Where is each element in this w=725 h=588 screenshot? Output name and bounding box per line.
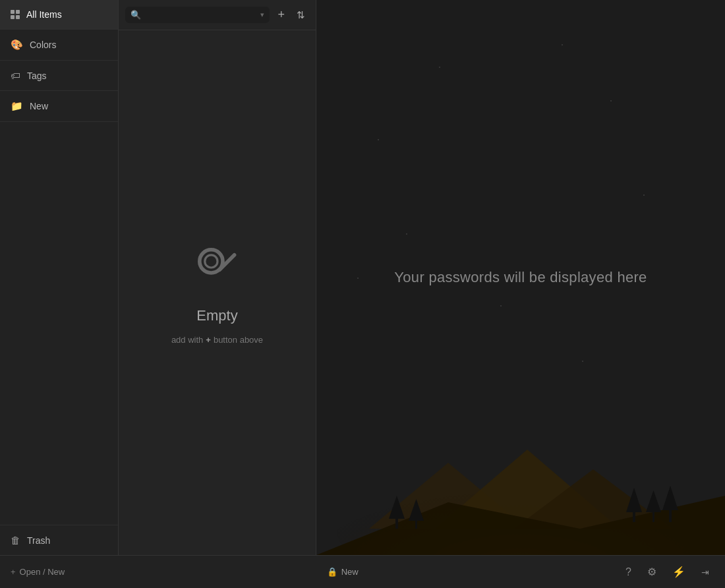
bottom-left-label: Open / New [20, 567, 65, 577]
sidebar-item-trash-label: Trash [27, 535, 50, 546]
sidebar-item-trash[interactable]: 🗑 Trash [0, 525, 118, 555]
bottom-bar: + Open / New 🔒 New ? ⚙ ⚡ ⇥ [0, 555, 725, 588]
content-toolbar: 🔍 ▾ + ⇅ [119, 0, 316, 30]
bottom-left: + Open / New [11, 567, 65, 577]
tag-icon: 🏷 [11, 70, 20, 81]
mountain-scene [316, 410, 725, 555]
palette-icon: 🎨 [11, 39, 23, 51]
svg-point-1 [204, 254, 217, 267]
sort-button[interactable]: ⇅ [293, 7, 309, 24]
sort-icon: ⇅ [297, 9, 305, 21]
detail-message: Your passwords will be displayed here [394, 269, 647, 286]
gear-icon: ⚙ [647, 566, 656, 578]
sidebar-item-tags[interactable]: 🏷 Tags [0, 61, 118, 91]
empty-title: Empty [196, 307, 237, 324]
export-icon: ⇥ [701, 567, 709, 577]
sidebar-item-all-items-label: All Items [26, 9, 62, 20]
empty-hint-prefix: add with [171, 335, 203, 345]
add-button[interactable]: + [274, 5, 289, 24]
key-icon-wrapper [191, 241, 244, 297]
sidebar-item-new-label: New [30, 101, 48, 111]
sidebar-item-all-items[interactable]: All Items [0, 0, 118, 30]
chevron-down-icon: ▾ [260, 11, 264, 19]
folder-icon: 📁 [11, 100, 23, 112]
key-icon [191, 241, 244, 294]
sidebar-item-new[interactable]: 📁 New [0, 91, 118, 122]
settings-button[interactable]: ⚙ [642, 562, 662, 582]
lock-icon: 🔒 [327, 567, 337, 577]
plus-bottom-icon: + [11, 567, 16, 577]
bottom-right: ? ⚙ ⚡ ⇥ [620, 562, 714, 582]
bottom-center: 🔒 New [327, 567, 359, 577]
export-button[interactable]: ⇥ [696, 563, 714, 581]
plus-small-icon: + [206, 335, 211, 345]
question-icon: ? [625, 566, 631, 578]
content-body: Empty add with + button above [119, 30, 316, 555]
lightning-button[interactable]: ⚡ [667, 562, 691, 582]
detail-panel: Your passwords will be displayed here [316, 0, 725, 555]
sidebar-item-colors[interactable]: 🎨 Colors [0, 30, 118, 61]
content-panel: 🔍 ▾ + ⇅ [119, 0, 316, 555]
search-box[interactable]: 🔍 ▾ [125, 7, 270, 23]
sidebar-item-colors-label: Colors [30, 40, 56, 50]
empty-hint-suffix: button above [214, 335, 263, 345]
search-input[interactable] [145, 10, 256, 20]
empty-hint: add with + button above [171, 335, 263, 345]
trash-icon: 🗑 [11, 535, 20, 546]
lightning-icon: ⚡ [672, 566, 685, 578]
bottom-center-label: New [341, 567, 359, 577]
sidebar: All Items 🎨 Colors 🏷 Tags 📁 New 🗑 Trash [0, 0, 119, 555]
grid-icon [11, 10, 20, 19]
sidebar-item-tags-label: Tags [27, 71, 47, 81]
sidebar-spacer [0, 122, 118, 525]
help-button[interactable]: ? [620, 562, 637, 582]
plus-icon: + [277, 8, 285, 22]
search-icon: 🔍 [130, 10, 141, 20]
